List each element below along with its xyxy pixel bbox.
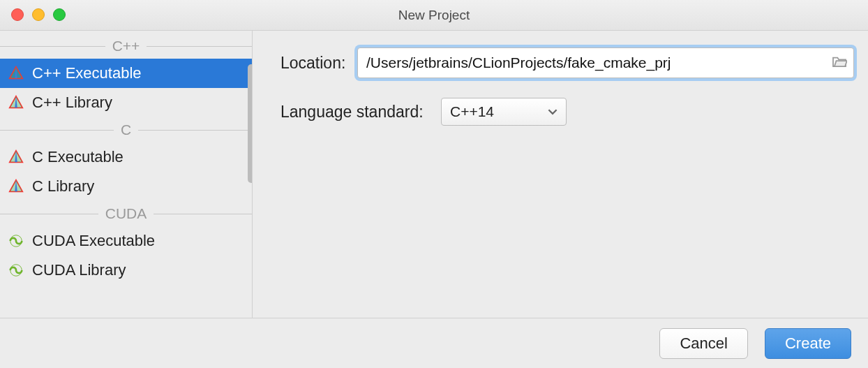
location-label: Location: — [280, 54, 357, 73]
sidebar-item-label: C Executable — [32, 148, 124, 166]
window-controls — [11, 8, 66, 21]
sidebar-section-cuda: CUDA — [0, 201, 252, 226]
dialog-footer: Cancel Create — [0, 318, 868, 368]
sidebar-section-c: C — [0, 117, 252, 142]
titlebar: New Project — [0, 0, 868, 31]
minimize-window-button[interactable] — [32, 8, 45, 21]
zoom-window-button[interactable] — [53, 8, 66, 21]
clion-icon — [8, 66, 24, 81]
language-standard-row: Language standard: C++14 — [280, 98, 854, 126]
chevron-down-icon — [548, 103, 558, 120]
sidebar-item-label: C++ Executable — [32, 64, 142, 82]
sidebar-item-label: CUDA Library — [32, 261, 126, 279]
language-standard-select[interactable]: C++14 — [441, 98, 567, 126]
sidebar-item-cuda-executable[interactable]: CUDA Executable — [0, 226, 252, 256]
create-button[interactable]: Create — [765, 328, 851, 359]
folder-open-icon — [832, 55, 847, 71]
cuda-icon — [8, 263, 24, 278]
window: New Project C++ C++ Executable — [0, 0, 868, 368]
dialog-body: C++ C++ Executable C++ Library — [0, 31, 868, 318]
sidebar-item-cuda-library[interactable]: CUDA Library — [0, 256, 252, 285]
clion-icon — [8, 179, 24, 194]
sidebar-item-c-executable[interactable]: C Executable — [0, 142, 252, 172]
cuda-icon — [8, 233, 24, 249]
sidebar-section-cpp: C++ — [0, 34, 252, 59]
location-input[interactable] — [358, 54, 825, 71]
clion-icon — [8, 95, 24, 110]
window-title: New Project — [398, 8, 470, 23]
main-pane: Location: Language standard: C++14 — [253, 31, 868, 318]
language-standard-label: Language standard: — [280, 103, 441, 122]
close-window-button[interactable] — [11, 8, 24, 21]
location-row: Location: — [280, 47, 854, 78]
sidebar-item-label: C Library — [32, 177, 94, 196]
location-field-container — [357, 47, 854, 78]
browse-button[interactable] — [825, 48, 853, 78]
project-type-sidebar: C++ C++ Executable C++ Library — [0, 31, 253, 318]
sidebar-item-c-library[interactable]: C Library — [0, 172, 252, 201]
sidebar-item-label: CUDA Executable — [32, 232, 155, 250]
sidebar-item-cpp-library[interactable]: C++ Library — [0, 88, 252, 117]
language-standard-value: C++14 — [450, 103, 494, 120]
sidebar-item-label: C++ Library — [32, 94, 112, 112]
sidebar-item-cpp-executable[interactable]: C++ Executable — [0, 59, 252, 88]
cancel-button[interactable]: Cancel — [659, 328, 747, 359]
clion-icon — [8, 149, 24, 165]
sidebar-scrollbar[interactable] — [248, 64, 253, 183]
